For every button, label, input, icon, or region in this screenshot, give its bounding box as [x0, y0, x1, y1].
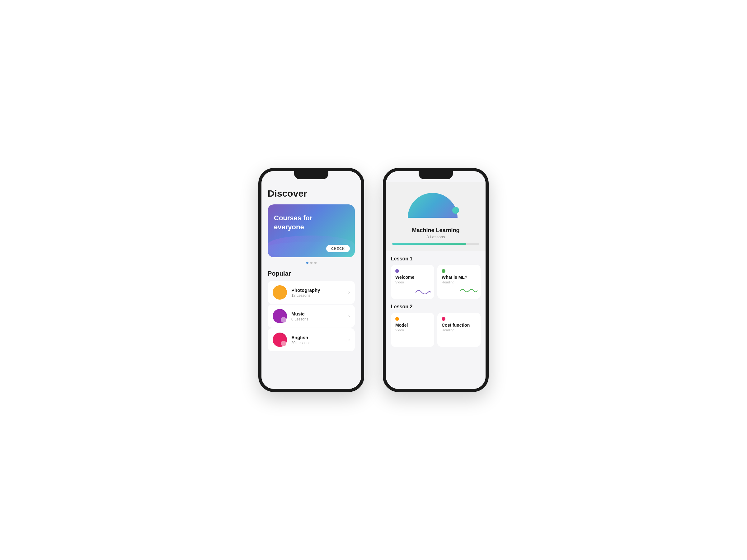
lesson-title-model: Model: [395, 323, 430, 328]
course-name-photography: Photography: [291, 288, 344, 293]
wave-deco-ml: [460, 287, 478, 296]
right-phone: Machine Learning 8 Lessons Lesson 1 Welc…: [383, 168, 489, 392]
discover-title: Discover: [268, 188, 355, 199]
ml-semicircle: [408, 193, 458, 218]
lesson-1-cards: Welcome Video What is ML? Reading: [391, 265, 481, 299]
course-item-english[interactable]: English 20 Lessons ›: [268, 328, 355, 351]
lesson-2-title: Lesson 2: [391, 299, 481, 313]
chevron-icon-photography: ›: [348, 290, 350, 295]
dot-3[interactable]: [314, 262, 316, 264]
chevron-icon-music: ›: [348, 313, 350, 319]
lesson-title-welcome: Welcome: [395, 275, 430, 280]
detail-page: Machine Learning 8 Lessons Lesson 1 Welc…: [386, 182, 486, 356]
lesson-type-model: Video: [395, 328, 430, 332]
lesson-title-cost: Cost function: [442, 323, 476, 328]
hero-text: Courses for everyone: [274, 214, 324, 232]
english-icon: [273, 332, 287, 347]
ml-dot: [452, 207, 459, 214]
course-list: Photography 12 Lessons › Music 8 Lessons…: [268, 281, 355, 351]
course-item-photography[interactable]: Photography 12 Lessons ›: [268, 281, 355, 304]
lesson-card-model[interactable]: Model Video: [391, 313, 434, 347]
left-screen: Discover Courses for everyone CHECK Popu…: [261, 171, 361, 389]
hero-banner[interactable]: Courses for everyone CHECK: [268, 205, 355, 257]
course-lessons-english: 20 Lessons: [291, 341, 344, 345]
detail-course-name: Machine Learning: [412, 227, 459, 234]
dot-ml: [442, 269, 445, 273]
dot-cost: [442, 317, 445, 321]
check-button[interactable]: CHECK: [326, 245, 350, 252]
chevron-icon-english: ›: [348, 337, 350, 343]
detail-lessons-count: 8 Lessons: [427, 235, 445, 239]
right-screen: Machine Learning 8 Lessons Lesson 1 Welc…: [386, 171, 486, 389]
phone-notch-right: [419, 171, 453, 179]
phone-notch-left: [294, 171, 328, 179]
lesson-2-cards: Model Video Cost function Reading: [391, 313, 481, 347]
photo-icon: [273, 285, 287, 300]
dot-2[interactable]: [310, 262, 312, 264]
discover-page: Discover Courses for everyone CHECK Popu…: [261, 182, 361, 361]
lesson-card-cost[interactable]: Cost function Reading: [437, 313, 481, 347]
lesson-card-welcome[interactable]: Welcome Video: [391, 265, 434, 299]
course-name-english: English: [291, 335, 344, 340]
course-info-english: English 20 Lessons: [291, 335, 344, 345]
course-info-photography: Photography 12 Lessons: [291, 288, 344, 298]
course-lessons-photography: 12 Lessons: [291, 293, 344, 298]
left-phone: Discover Courses for everyone CHECK Popu…: [258, 168, 364, 392]
course-info-music: Music 8 Lessons: [291, 311, 344, 321]
dot-welcome: [395, 269, 399, 273]
popular-title: Popular: [268, 270, 355, 277]
lesson-type-cost: Reading: [442, 328, 476, 332]
wave-deco-welcome: [415, 287, 431, 296]
lesson-title-ml: What is ML?: [442, 275, 476, 280]
dot-model: [395, 317, 399, 321]
dot-1[interactable]: [306, 262, 308, 264]
lesson-type-welcome: Video: [395, 280, 430, 284]
course-lessons-music: 8 Lessons: [291, 317, 344, 321]
music-icon: [273, 309, 287, 323]
detail-content: Lesson 1 Welcome Video: [386, 251, 486, 356]
ml-graphic: [408, 193, 464, 224]
lesson-card-ml[interactable]: What is ML? Reading: [437, 265, 481, 299]
lesson-1-title: Lesson 1: [391, 251, 481, 265]
progress-bar: [392, 243, 479, 245]
detail-header: Machine Learning 8 Lessons: [386, 182, 486, 251]
progress-bar-fill: [392, 243, 466, 245]
lesson-type-ml: Reading: [442, 280, 476, 284]
course-name-music: Music: [291, 311, 344, 316]
carousel-dots: [268, 262, 355, 264]
course-item-music[interactable]: Music 8 Lessons ›: [268, 304, 355, 328]
